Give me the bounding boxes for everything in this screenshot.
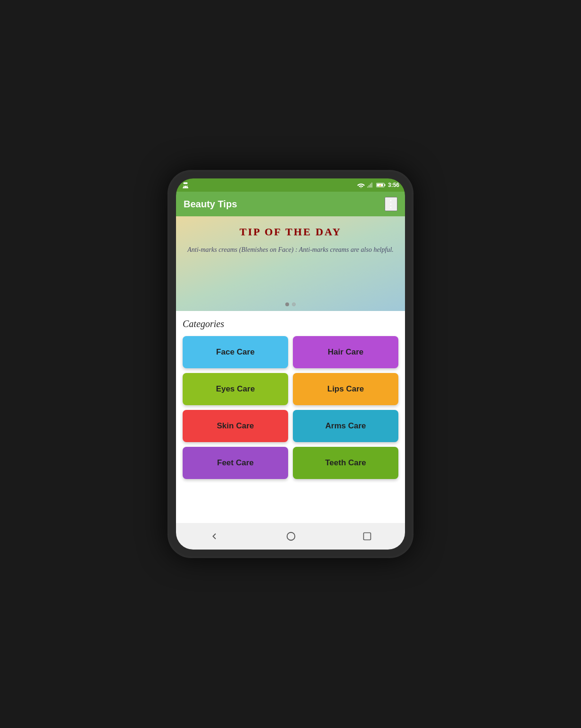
recents-icon [362, 532, 372, 541]
status-left [182, 181, 189, 189]
overflow-menu-button[interactable]: ⋮ [385, 197, 397, 211]
screen: ⚡ 3:56 Beauty Tips ⋮ TIP OF THE DAY Anti… [176, 178, 405, 550]
android-icon [182, 181, 189, 189]
tip-title: TIP OF THE DAY [239, 226, 341, 238]
skin-care-button[interactable]: Skin Care [183, 410, 288, 442]
app-title: Beauty Tips [184, 199, 237, 210]
battery-icon: ⚡ [376, 182, 386, 188]
dot-1 [285, 302, 289, 306]
status-time: 3:56 [388, 182, 399, 188]
eyes-care-button[interactable]: Eyes Care [183, 373, 288, 405]
back-icon [209, 531, 220, 542]
svg-point-4 [287, 533, 295, 541]
home-icon [286, 531, 296, 542]
categories-grid: Face Care Hair Care Eyes Care Lips Care … [183, 336, 398, 479]
recents-button[interactable] [359, 528, 376, 545]
tip-banner: TIP OF THE DAY Anti-marks creams (Blemis… [176, 216, 405, 311]
feet-care-button[interactable]: Feet Care [183, 447, 288, 479]
face-care-button[interactable]: Face Care [183, 336, 288, 368]
teeth-care-button[interactable]: Teeth Care [293, 447, 398, 479]
app-bar: Beauty Tips ⋮ [176, 192, 405, 216]
wifi-icon [357, 182, 365, 188]
device-frame: ⚡ 3:56 Beauty Tips ⋮ TIP OF THE DAY Anti… [167, 170, 414, 558]
lips-care-button[interactable]: Lips Care [293, 373, 398, 405]
navigation-bar [176, 523, 405, 550]
signal-icon [367, 182, 374, 188]
status-right: ⚡ 3:56 [357, 182, 399, 188]
svg-text:⚡: ⚡ [379, 184, 382, 187]
carousel-dots [285, 302, 296, 306]
categories-heading: Categories [183, 319, 398, 329]
svg-rect-1 [384, 184, 385, 186]
back-button[interactable] [205, 527, 223, 545]
home-button[interactable] [282, 527, 300, 545]
svg-rect-5 [364, 533, 371, 540]
categories-section: Categories Face Care Hair Care Eyes Care… [176, 311, 405, 523]
hair-care-button[interactable]: Hair Care [293, 336, 398, 368]
status-bar: ⚡ 3:56 [176, 178, 405, 192]
tip-text: Anti-marks creams (Blemishes on Face) : … [187, 245, 394, 255]
arms-care-button[interactable]: Arms Care [293, 410, 398, 442]
dot-2 [292, 302, 296, 306]
